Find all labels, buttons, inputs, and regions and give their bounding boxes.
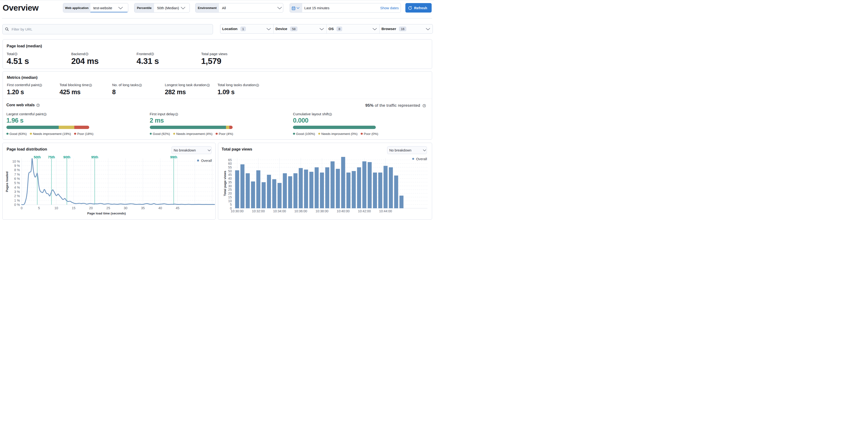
svg-text:10:36:00: 10:36:00	[294, 209, 307, 213]
svg-text:40: 40	[228, 177, 232, 180]
svg-text:10: 10	[228, 199, 232, 203]
svg-text:5: 5	[230, 203, 232, 206]
svg-text:15: 15	[228, 195, 232, 199]
svg-text:45: 45	[228, 173, 232, 177]
svg-text:Total page views: Total page views	[223, 171, 227, 196]
svg-text:35: 35	[228, 180, 232, 184]
svg-text:10:44:00: 10:44:00	[379, 209, 392, 213]
svg-text:10:38:00: 10:38:00	[315, 209, 329, 213]
svg-text:30: 30	[228, 184, 232, 188]
svg-text:10:42:00: 10:42:00	[358, 209, 371, 213]
svg-text:10:32:00: 10:32:00	[252, 209, 265, 213]
svg-text:65: 65	[228, 158, 232, 162]
svg-text:10:30:00: 10:30:00	[231, 209, 244, 213]
svg-text:55: 55	[228, 166, 232, 169]
svg-text:10:34:00: 10:34:00	[273, 209, 286, 213]
svg-text:60: 60	[228, 161, 232, 166]
svg-text:20: 20	[228, 191, 232, 195]
svg-text:25: 25	[228, 188, 232, 191]
svg-text:10:40:00: 10:40:00	[337, 209, 350, 213]
svg-text:50: 50	[228, 169, 232, 173]
